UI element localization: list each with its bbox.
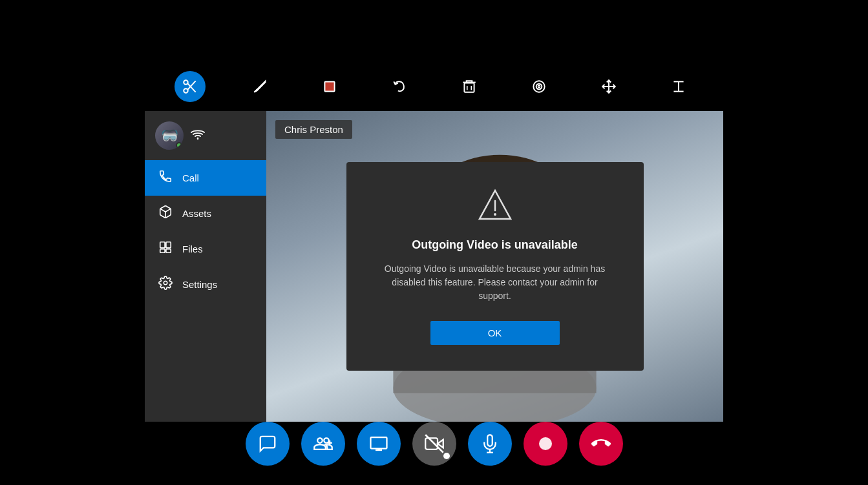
main-area: 🥽 Call: [145, 111, 723, 422]
video-area: Chris Preston Outgoing Video is unavaila…: [266, 111, 723, 422]
dialog-overlay: Outgoing Video is unavailable Outgoing V…: [266, 111, 723, 422]
video-off-button[interactable]: [412, 422, 456, 466]
video-off-dot: [443, 453, 450, 459]
svg-point-33: [494, 213, 496, 216]
dialog-message: Outgoing Video is unavailable because yo…: [379, 262, 611, 303]
svg-rect-36: [370, 437, 386, 449]
record-icon: [536, 434, 555, 453]
bottom-controls: [246, 422, 623, 466]
move-button[interactable]: [593, 71, 624, 102]
warning-icon: [379, 188, 611, 228]
svg-rect-20: [160, 249, 165, 253]
svg-point-22: [164, 281, 167, 285]
avatar-area: 🥽: [145, 111, 266, 160]
sidebar: 🥽 Call: [145, 111, 266, 422]
files-icon: [158, 240, 173, 258]
sidebar-item-settings-label: Settings: [182, 279, 217, 290]
target-button[interactable]: [524, 71, 555, 102]
square-icon: [321, 78, 338, 95]
dialog-ok-button[interactable]: OK: [430, 321, 560, 345]
end-call-icon: [591, 434, 611, 453]
pin-icon: [670, 78, 687, 95]
pin-button[interactable]: [663, 71, 694, 102]
undo-button[interactable]: [384, 71, 415, 102]
pen-button[interactable]: [244, 71, 275, 102]
sidebar-item-files[interactable]: Files: [145, 231, 266, 267]
status-indicator: [176, 142, 182, 149]
svg-point-39: [377, 448, 380, 451]
avatar: 🥽: [155, 121, 184, 150]
scissors-icon: [182, 78, 198, 95]
svg-rect-5: [324, 81, 334, 91]
chat-button[interactable]: [246, 422, 290, 466]
svg-point-45: [539, 437, 552, 450]
add-person-button[interactable]: [301, 422, 345, 466]
delete-button[interactable]: [454, 71, 485, 102]
svg-rect-19: [166, 242, 171, 248]
svg-point-10: [536, 84, 542, 90]
dialog-title: Outgoing Video is unavailable: [379, 238, 611, 252]
screen-share-icon: [369, 434, 388, 453]
scissors-button[interactable]: [175, 71, 206, 102]
record-button[interactable]: [524, 422, 567, 466]
top-toolbar: [175, 71, 694, 102]
pen-icon: [251, 78, 268, 95]
square-button[interactable]: [314, 71, 345, 102]
video-off-icon: [425, 434, 444, 453]
add-person-icon: [313, 434, 333, 453]
wifi-icon: [190, 128, 206, 144]
end-call-button[interactable]: [579, 422, 623, 466]
screen-share-button[interactable]: [357, 422, 401, 466]
svg-rect-21: [166, 249, 171, 253]
undo-icon: [391, 78, 408, 95]
svg-rect-6: [464, 83, 474, 92]
chat-icon: [258, 434, 277, 453]
sidebar-item-call[interactable]: Call: [145, 160, 266, 196]
svg-point-11: [538, 85, 540, 87]
svg-rect-18: [160, 242, 165, 248]
settings-icon: [158, 276, 173, 293]
target-icon: [531, 78, 547, 95]
delete-icon: [461, 78, 478, 95]
svg-point-9: [533, 81, 544, 92]
dialog: Outgoing Video is unavailable Outgoing V…: [346, 162, 644, 371]
mute-button[interactable]: [468, 422, 512, 466]
svg-marker-40: [438, 440, 443, 448]
mute-icon: [480, 434, 500, 453]
sidebar-item-call-label: Call: [182, 172, 199, 183]
assets-icon: [158, 205, 173, 222]
sidebar-item-settings[interactable]: Settings: [145, 267, 266, 302]
sidebar-item-assets[interactable]: Assets: [145, 196, 266, 231]
call-icon: [158, 169, 173, 187]
sidebar-item-assets-label: Assets: [182, 208, 211, 219]
sidebar-item-files-label: Files: [182, 243, 203, 254]
move-icon: [600, 78, 617, 95]
